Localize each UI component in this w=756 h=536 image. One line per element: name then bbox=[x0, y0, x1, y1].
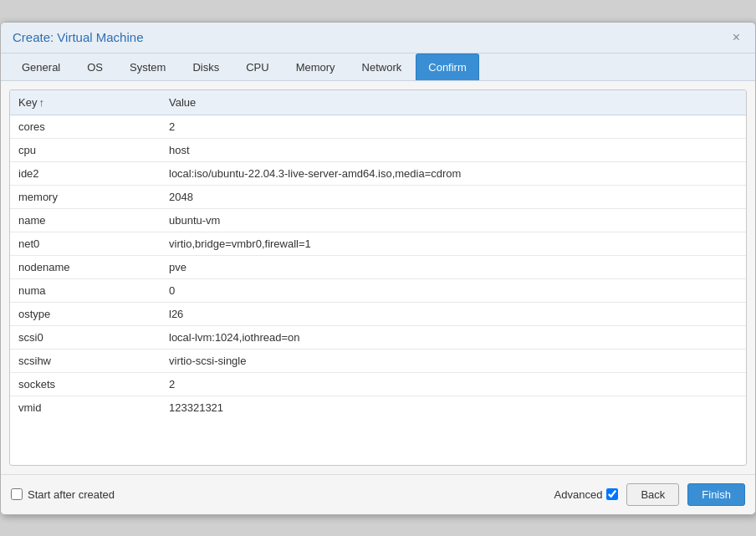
tab-general[interactable]: General bbox=[9, 54, 73, 80]
cell-key: cpu bbox=[10, 138, 161, 161]
table-row: cores2 bbox=[10, 115, 746, 138]
start-after-created-label[interactable]: Start after created bbox=[11, 488, 115, 501]
table-row: ostypel26 bbox=[10, 302, 746, 325]
confirm-table-wrapper: Key↑ Value cores2cpuhostide2local:iso/ub… bbox=[9, 89, 747, 466]
tab-cpu[interactable]: CPU bbox=[233, 54, 281, 80]
cell-value: virtio,bridge=vmbr0,firewall=1 bbox=[161, 232, 746, 255]
col-key-header[interactable]: Key↑ bbox=[10, 90, 161, 115]
confirm-table: Key↑ Value cores2cpuhostide2local:iso/ub… bbox=[10, 90, 746, 419]
dialog-title: Create: Virtual Machine bbox=[13, 30, 143, 44]
cell-value: 2048 bbox=[161, 185, 746, 208]
table-row: numa0 bbox=[10, 278, 746, 302]
cell-value: 123321321 bbox=[161, 396, 746, 419]
table-row: cpuhost bbox=[10, 138, 746, 161]
cell-key: name bbox=[10, 208, 161, 232]
cell-key: net0 bbox=[10, 232, 161, 255]
cell-key: sockets bbox=[10, 372, 161, 396]
tab-disks[interactable]: Disks bbox=[180, 54, 232, 80]
tab-content: Key↑ Value cores2cpuhostide2local:iso/ub… bbox=[1, 81, 755, 474]
cell-key: numa bbox=[10, 278, 161, 302]
cell-key: ide2 bbox=[10, 161, 161, 185]
tab-system[interactable]: System bbox=[117, 54, 178, 80]
table-scroll[interactable]: Key↑ Value cores2cpuhostide2local:iso/ub… bbox=[10, 90, 746, 465]
table-row: nodenamepve bbox=[10, 255, 746, 278]
tab-os[interactable]: OS bbox=[74, 54, 115, 80]
table-row: net0virtio,bridge=vmbr0,firewall=1 bbox=[10, 232, 746, 255]
col-value-header[interactable]: Value bbox=[161, 90, 746, 115]
cell-value: local-lvm:1024,iothread=on bbox=[161, 325, 746, 349]
table-row: scsi0local-lvm:1024,iothread=on bbox=[10, 325, 746, 349]
advanced-label[interactable]: Advanced bbox=[554, 488, 619, 501]
table-row: scsihwvirtio-scsi-single bbox=[10, 349, 746, 372]
cell-value: local:iso/ubuntu-22.04.3-live-server-amd… bbox=[161, 161, 746, 185]
cell-value: l26 bbox=[161, 302, 746, 325]
dialog-footer: Start after created Advanced Back Finish bbox=[1, 474, 755, 514]
create-vm-dialog: Create: Virtual Machine × General OS Sys… bbox=[0, 22, 756, 515]
close-button[interactable]: × bbox=[729, 29, 743, 46]
cell-value: ubuntu-vm bbox=[161, 208, 746, 232]
cell-value: 0 bbox=[161, 278, 746, 302]
cell-value: 2 bbox=[161, 115, 746, 138]
back-button[interactable]: Back bbox=[626, 483, 679, 506]
tab-bar: General OS System Disks CPU Memory Netwo… bbox=[1, 54, 755, 81]
table-row: ide2local:iso/ubuntu-22.04.3-live-server… bbox=[10, 161, 746, 185]
footer-right: Advanced Back Finish bbox=[554, 483, 745, 506]
cell-key: scsihw bbox=[10, 349, 161, 372]
finish-button[interactable]: Finish bbox=[687, 483, 745, 506]
sort-icon: ↑ bbox=[38, 96, 44, 109]
tab-network[interactable]: Network bbox=[350, 54, 415, 80]
table-row: sockets2 bbox=[10, 372, 746, 396]
cell-key: ostype bbox=[10, 302, 161, 325]
advanced-checkbox[interactable] bbox=[606, 488, 618, 500]
table-row: vmid123321321 bbox=[10, 396, 746, 419]
start-after-checkbox[interactable] bbox=[11, 488, 23, 500]
cell-value: pve bbox=[161, 255, 746, 278]
cell-key: nodename bbox=[10, 255, 161, 278]
table-row: memory2048 bbox=[10, 185, 746, 208]
cell-key: scsi0 bbox=[10, 325, 161, 349]
cell-value: virtio-scsi-single bbox=[161, 349, 746, 372]
tab-confirm[interactable]: Confirm bbox=[416, 54, 479, 80]
cell-key: vmid bbox=[10, 396, 161, 419]
dialog-header: Create: Virtual Machine × bbox=[1, 23, 755, 54]
cell-value: 2 bbox=[161, 372, 746, 396]
tab-memory[interactable]: Memory bbox=[284, 54, 348, 80]
cell-key: memory bbox=[10, 185, 161, 208]
cell-value: host bbox=[161, 138, 746, 161]
cell-key: cores bbox=[10, 115, 161, 138]
table-row: nameubuntu-vm bbox=[10, 208, 746, 232]
